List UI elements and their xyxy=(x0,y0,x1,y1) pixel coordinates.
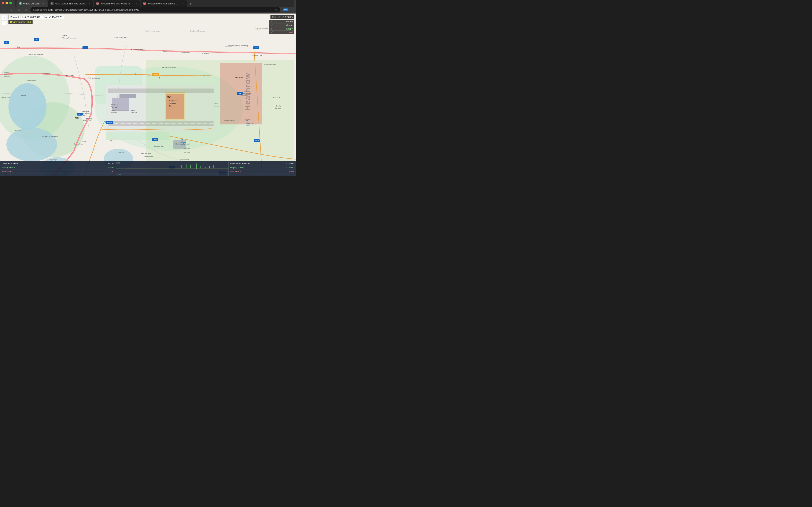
map-container[interactable]: M4 M25 M25 A3113 Thorney Interchange Tho… xyxy=(0,13,296,176)
svg-text:Terminal: Terminal xyxy=(169,103,176,104)
lng-value: -0.45465278 xyxy=(49,16,62,18)
svg-text:Datchet Road: Datchet Road xyxy=(1,97,10,98)
svg-text:Stanwell Moor: Stanwell Moor xyxy=(74,143,84,145)
address-bar[interactable]: ⚠ Not Secure a91076d00ad1f4342befdaf380d… xyxy=(31,7,281,12)
tab-favicon-2: ⚙ xyxy=(51,2,53,5)
svg-text:Heathrow Interchange: Heathrow Interchange xyxy=(190,30,205,32)
forward-button[interactable]: › xyxy=(9,7,15,13)
svg-text:Horton: Horton xyxy=(21,95,26,96)
svg-rect-19 xyxy=(128,94,136,98)
zoom-controls: + − xyxy=(2,15,7,25)
tab-where-on-earth[interactable]: 🌍 Where On Earth × xyxy=(16,0,48,7)
tab-label-1: Where On Earth xyxy=(23,2,40,5)
tab-woe-twin[interactable]: 🐙 mckeeh3/woe-twin: Where On... × xyxy=(141,0,187,7)
svg-text:Barracks: Barracks xyxy=(275,107,281,109)
svg-text:Bio Diversity: Bio Diversity xyxy=(82,113,90,114)
new-tab-button[interactable]: + xyxy=(188,1,194,7)
minimize-button[interactable] xyxy=(5,2,8,4)
svg-text:Hatton: Hatton xyxy=(246,123,250,124)
sad-status-left-value: 1,280 xyxy=(108,170,114,173)
tab-label-4: mckeeh3/woe-twin: Where On... xyxy=(147,2,180,5)
stats-right-panel: Devices worldwide 237,633 Happy status 2… xyxy=(229,161,296,176)
key-sad-val sad-color: sad xyxy=(289,31,293,34)
tab-close-4[interactable]: × xyxy=(182,2,185,5)
svg-text:1,100: 1,100 xyxy=(116,162,120,164)
svg-text:Cross: Cross xyxy=(246,125,250,126)
key-happy: 'h' happy xyxy=(269,27,294,31)
bookmark-icon[interactable]: ☆ xyxy=(273,7,278,12)
svg-text:256: 256 xyxy=(167,96,171,99)
svg-text:Hounslow: Hounslow xyxy=(273,97,280,99)
tab-label-3: mckeeh3/woe-sim: Where On... xyxy=(100,2,133,5)
svg-point-7 xyxy=(8,83,47,130)
zoom-out-button[interactable]: − xyxy=(2,20,7,25)
tab-close-3[interactable]: × xyxy=(135,2,138,5)
svg-text:Site: Site xyxy=(83,115,86,116)
happy-status-left-label: Happy status xyxy=(2,166,15,169)
tab-favicon-4: 🐙 xyxy=(143,2,146,5)
svg-text:A408: A408 xyxy=(154,74,158,76)
home-button[interactable]: ⌂ xyxy=(23,7,29,13)
svg-text:-1,100: -1,100 xyxy=(116,174,121,176)
sad-status-right-label: Sad status xyxy=(230,170,241,173)
happy-status-right-label: Happy status xyxy=(230,166,244,169)
svg-rect-138 xyxy=(182,165,182,168)
svg-text:A30: A30 xyxy=(154,139,157,141)
zoom-label: Zoom xyxy=(10,16,17,18)
svg-text:P&J: P&J xyxy=(169,105,172,107)
svg-text:Thorney Interchange: Thorney Interchange xyxy=(62,37,76,39)
maximize-button[interactable] xyxy=(9,2,12,4)
reload-button[interactable]: ↻ xyxy=(16,7,22,13)
sad-status-right-row: Sad status 15,616 xyxy=(230,170,294,173)
svg-text:King George: King George xyxy=(49,159,57,161)
svg-rect-142 xyxy=(200,166,201,168)
svg-text:M4: M4 xyxy=(36,39,38,40)
not-secure-label: Not Secure xyxy=(35,8,47,11)
svg-text:Gates: Gates xyxy=(131,109,135,111)
devices-in-view-row: Devices in view 6,144 xyxy=(2,162,114,165)
sad-status-left-label: Sad status xyxy=(2,170,13,173)
happy-status-left-row: Happy status 4,864 xyxy=(2,166,114,169)
svg-text:Longford River: Longford River xyxy=(154,145,164,147)
happy-status-right-value: 222,017 xyxy=(286,166,294,169)
zoom-in-button[interactable]: + xyxy=(2,15,7,20)
lat-label: Lat xyxy=(22,16,26,18)
svg-text:A3044: A3044 xyxy=(107,122,112,124)
svg-text:Hatton: Hatton xyxy=(245,119,250,121)
svg-text:Sipson: Sipson xyxy=(163,50,168,52)
rate-label: Rate +R' -r' xyxy=(272,16,284,18)
traffic-lights xyxy=(2,2,12,4)
svg-text:M25: M25 xyxy=(79,114,82,115)
svg-text:F&J: F&J xyxy=(176,99,179,100)
svg-text:C57-C66: C57-C66 xyxy=(131,112,137,113)
svg-text:B378: B378 xyxy=(110,139,113,141)
back-button[interactable]: ‹ xyxy=(2,7,8,13)
svg-text:Terminal: Terminal xyxy=(111,106,117,108)
svg-text:Heathrow: Heathrow xyxy=(169,100,177,102)
svg-text:M4: M4 xyxy=(17,46,20,48)
svg-point-8 xyxy=(6,128,57,161)
key-happy-key: 'h' xyxy=(271,27,273,30)
svg-text:High Street: High Street xyxy=(225,46,232,47)
devices-worldwide-label: Devices worldwide xyxy=(230,162,250,165)
svg-text:M25: M25 xyxy=(63,35,67,37)
lng-field: Lng -0.45465278 xyxy=(42,15,64,19)
close-button[interactable] xyxy=(2,2,4,4)
zoom-field: Zoom 5 xyxy=(9,15,21,19)
tab-close-2[interactable]: × xyxy=(88,2,91,5)
svg-text:Heathrow: Heathrow xyxy=(111,104,118,106)
svg-text:M4: M4 xyxy=(5,42,8,43)
svg-text:P: P xyxy=(159,77,160,79)
svg-rect-141 xyxy=(196,164,197,169)
extensions-button[interactable]: New xyxy=(283,7,289,12)
svg-text:West Bedfont: West Bedfont xyxy=(141,153,151,155)
browser-toolbar-right: New ⋮ xyxy=(283,7,294,12)
svg-text:Concorde Roundabout: Concorde Roundabout xyxy=(161,67,175,68)
settings-button[interactable]: ⋮ xyxy=(289,7,294,12)
tab-akka[interactable]: ⚙ Akka Cluster Sharding Viewer × xyxy=(48,0,93,7)
tab-close-1[interactable]: × xyxy=(42,2,45,5)
svg-text:Terminal: Terminal xyxy=(180,144,186,146)
browser-chrome: 🌍 Where On Earth × ⚙ Akka Cluster Shardi… xyxy=(0,0,296,13)
tab-woe-sim[interactable]: 🐙 mckeeh3/woe-sim: Where On... × xyxy=(94,0,140,7)
svg-text:Heathrow: Heathrow xyxy=(180,142,186,144)
